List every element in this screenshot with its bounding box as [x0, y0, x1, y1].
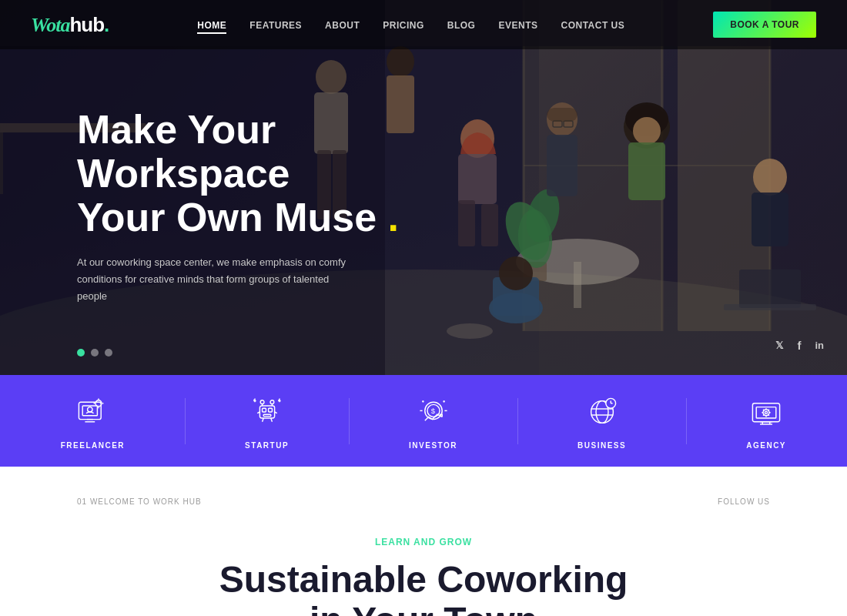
slider-dot-3[interactable]: [105, 349, 112, 357]
freelancer-icon: [72, 392, 112, 432]
learn-tag: LEARN AND GROW: [77, 537, 770, 547]
linkedin-icon[interactable]: in: [815, 340, 824, 351]
nav-item-events[interactable]: EVENTS: [498, 18, 537, 32]
startup-label: STARTUP: [245, 441, 289, 450]
divider-2: [349, 398, 350, 444]
svg-point-67: [260, 400, 264, 404]
welcome-header: 01 WELCOME TO WORK HUB FOLLOW US: [77, 497, 770, 506]
learn-section: LEARN AND GROW Sustainable Coworking in …: [77, 537, 770, 616]
category-agency[interactable]: AGENCY: [746, 392, 786, 450]
startup-icon: [247, 392, 287, 432]
nav-item-pricing[interactable]: PRICING: [383, 18, 424, 32]
hero-section: Make Your Workspace Your Own Muse . At o…: [0, 0, 847, 375]
divider-4: [686, 398, 687, 444]
svg-point-68: [270, 400, 274, 404]
divider-1: [185, 398, 186, 444]
svg-text:$: $: [430, 407, 435, 415]
book-tour-button[interactable]: BOOK A TOUR: [713, 12, 816, 38]
social-icons: 𝕏 f in: [775, 339, 824, 352]
twitter-icon[interactable]: 𝕏: [775, 340, 783, 351]
nav-item-about[interactable]: ABOUT: [325, 18, 360, 32]
slider-dots: [77, 349, 112, 357]
nav-item-blog[interactable]: BLOG: [447, 18, 476, 32]
freelancer-label: FREELANCER: [61, 441, 125, 450]
category-freelancer[interactable]: FREELANCER: [61, 392, 125, 450]
divider-3: [517, 398, 518, 444]
category-business[interactable]: BUSINESS: [578, 392, 626, 450]
svg-line-103: [763, 410, 764, 410]
nav-link-about[interactable]: ABOUT: [325, 20, 360, 31]
nav-link-home[interactable]: HOME: [197, 20, 226, 34]
categories-bar: FREELANCER: [0, 375, 847, 467]
agency-icon: [746, 392, 786, 432]
nav-link-pricing[interactable]: PRICING: [383, 20, 424, 31]
svg-point-88: [605, 398, 615, 408]
nav-item-contact[interactable]: CONTACT US: [561, 18, 624, 32]
svg-rect-58: [262, 408, 266, 412]
investor-icon: $: [413, 392, 454, 432]
welcome-left-tag: 01 WELCOME TO WORK HUB: [77, 497, 202, 506]
main-title-line2: in Your Town: [310, 600, 537, 616]
hero-title-line1: Make Your Workspace: [77, 107, 290, 196]
hero-title-dot: .: [377, 195, 399, 239]
logo-dot: .: [104, 13, 109, 36]
svg-line-105: [768, 410, 769, 410]
nav-links: HOME FEATURES ABOUT PRICING BLOG EVENTS …: [197, 18, 624, 32]
logo-hub: hub: [69, 13, 104, 36]
svg-point-98: [765, 411, 768, 413]
svg-line-106: [763, 415, 764, 416]
nav-link-contact[interactable]: CONTACT US: [561, 20, 624, 31]
svg-rect-60: [263, 414, 271, 416]
navbar: Wotahub. HOME FEATURES ABOUT PRICING BLO…: [0, 0, 847, 49]
nav-link-events[interactable]: EVENTS: [498, 20, 537, 31]
main-section-title: Sustainable Coworking in Your Town: [77, 560, 770, 616]
nav-item-home[interactable]: HOME: [197, 18, 226, 32]
follow-us-tag: FOLLOW US: [718, 497, 770, 506]
hero-subtitle: At our coworking space center, we make e…: [77, 254, 354, 305]
svg-point-97: [763, 410, 769, 416]
logo-wota: Wota: [31, 14, 69, 36]
business-icon: [582, 392, 622, 432]
logo: Wotahub.: [31, 13, 109, 37]
investor-label: INVESTOR: [409, 441, 457, 450]
svg-rect-59: [268, 408, 272, 412]
agency-label: AGENCY: [746, 441, 786, 450]
svg-line-104: [768, 415, 769, 416]
nav-link-blog[interactable]: BLOG: [447, 20, 476, 31]
main-title-line1: Sustainable Coworking: [219, 559, 628, 600]
hero-title-line2: Your Own Muse: [77, 195, 377, 239]
svg-point-51: [88, 407, 92, 412]
slider-dot-2[interactable]: [91, 349, 99, 357]
category-investor[interactable]: $ INVESTOR: [409, 392, 457, 450]
nav-item-features[interactable]: FEATURES: [249, 18, 302, 32]
welcome-section: 01 WELCOME TO WORK HUB FOLLOW US LEARN A…: [0, 467, 847, 616]
slider-dot-1[interactable]: [77, 349, 85, 357]
hero-title: Make Your Workspace Your Own Muse .: [77, 108, 477, 240]
hero-content: Make Your Workspace Your Own Muse . At o…: [77, 108, 477, 305]
facebook-icon[interactable]: f: [797, 339, 801, 352]
nav-link-features[interactable]: FEATURES: [249, 20, 302, 31]
business-label: BUSINESS: [578, 441, 626, 450]
category-startup[interactable]: STARTUP: [245, 392, 289, 450]
